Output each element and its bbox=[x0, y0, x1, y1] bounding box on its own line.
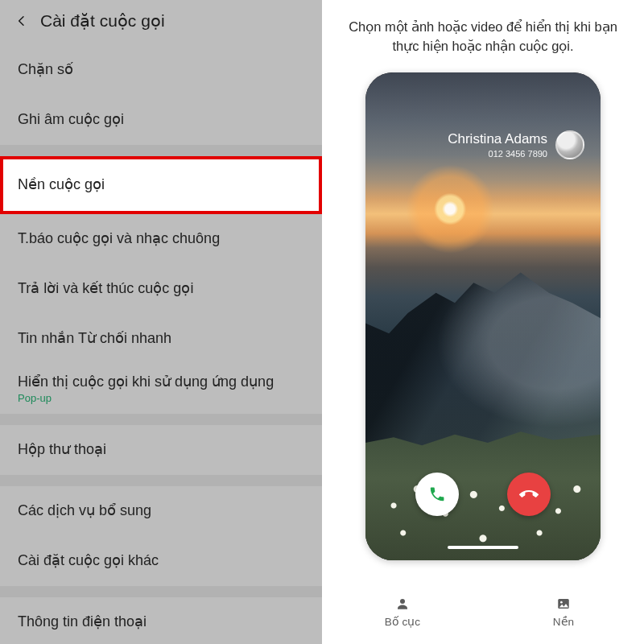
svg-point-2 bbox=[560, 601, 563, 604]
settings-item-info[interactable]: Thông tin điện thoại bbox=[0, 597, 322, 644]
preview-area: Christina Adams 012 3456 7890 bbox=[322, 68, 644, 591]
accept-call-button[interactable] bbox=[415, 473, 459, 516]
tab-background[interactable]: Nền bbox=[483, 596, 644, 628]
call-overlay: Christina Adams 012 3456 7890 bbox=[365, 72, 601, 560]
reject-call-button[interactable] bbox=[507, 473, 551, 516]
tab-layout[interactable]: Bố cục bbox=[322, 596, 483, 628]
separator bbox=[0, 586, 322, 597]
caller-name: Christina Adams bbox=[448, 131, 547, 147]
settings-item-quick-decline[interactable]: Tin nhắn Từ chối nhanh bbox=[0, 314, 322, 364]
settings-item-background[interactable]: Nền cuộc gọi bbox=[0, 156, 322, 214]
settings-item-answer[interactable]: Trả lời và kết thúc cuộc gọi bbox=[0, 264, 322, 314]
bottom-tabs: Bố cục Nền bbox=[322, 591, 644, 644]
settings-item-other[interactable]: Cài đặt cuộc gọi khác bbox=[0, 536, 322, 586]
separator bbox=[0, 475, 322, 486]
call-settings-panel: Cài đặt cuộc gọi Chặn số Ghi âm cuộc gọi… bbox=[0, 0, 322, 644]
settings-item-supplementary[interactable]: Các dịch vụ bổ sung bbox=[0, 486, 322, 536]
gesture-handle bbox=[448, 546, 518, 549]
separator bbox=[0, 414, 322, 425]
tab-layout-label: Bố cục bbox=[385, 615, 420, 628]
panel-description: Chọn một ảnh hoặc video để hiển thị khi … bbox=[322, 0, 644, 68]
settings-item-voicemail[interactable]: Hộp thư thoại bbox=[0, 425, 322, 475]
settings-item-record[interactable]: Ghi âm cuộc gọi bbox=[0, 95, 322, 145]
page-title: Cài đặt cuộc gọi bbox=[40, 11, 165, 31]
phone-accept-icon bbox=[428, 485, 446, 503]
caller-number: 012 3456 7890 bbox=[448, 149, 547, 159]
separator bbox=[0, 145, 322, 156]
settings-item-show-call-sub: Pop-up bbox=[18, 392, 304, 404]
svg-point-0 bbox=[400, 599, 405, 604]
avatar bbox=[555, 130, 584, 159]
settings-item-show-call[interactable]: Hiển thị cuộc gọi khi sử dụng ứng dụng P… bbox=[0, 364, 322, 414]
phone-reject-icon bbox=[519, 485, 539, 504]
caller-block: Christina Adams 012 3456 7890 bbox=[448, 130, 584, 159]
settings-item-block-numbers[interactable]: Chặn số bbox=[0, 45, 322, 95]
call-background-panel: Chọn một ảnh hoặc video để hiển thị khi … bbox=[322, 0, 644, 644]
back-icon[interactable] bbox=[14, 14, 29, 28]
header: Cài đặt cuộc gọi bbox=[0, 0, 322, 45]
settings-item-alerts[interactable]: T.báo cuộc gọi và nhạc chuông bbox=[0, 214, 322, 264]
phone-preview[interactable]: Christina Adams 012 3456 7890 bbox=[365, 72, 601, 560]
image-icon bbox=[555, 596, 572, 612]
person-icon bbox=[394, 596, 411, 612]
tab-background-label: Nền bbox=[553, 615, 574, 628]
settings-list: Chặn số Ghi âm cuộc gọi Nền cuộc gọi T.b… bbox=[0, 45, 322, 644]
